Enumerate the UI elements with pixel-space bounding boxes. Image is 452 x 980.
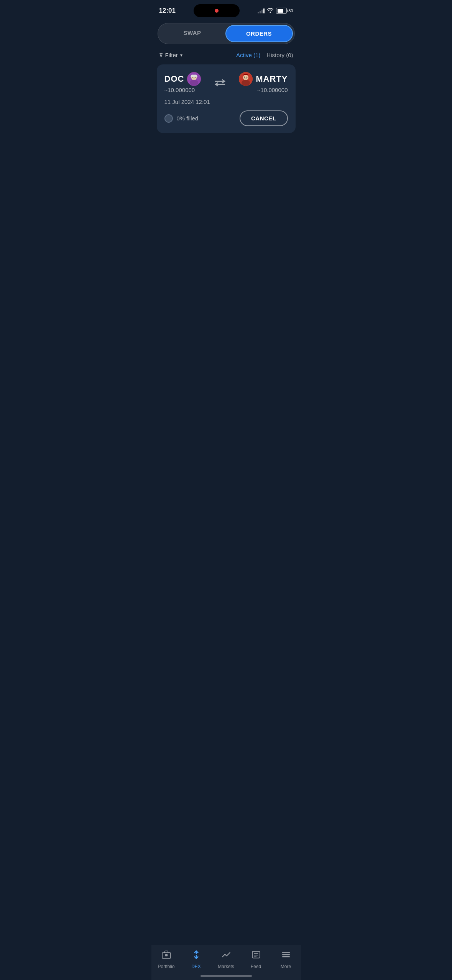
from-token-amount: ~10.000000	[164, 87, 195, 93]
doc-avatar	[187, 72, 201, 86]
active-tab[interactable]: Active (1)	[236, 52, 260, 58]
swap-arrows-icon	[214, 79, 226, 87]
to-token-name-row: MARTY	[239, 72, 288, 86]
status-filter-tabs: Active (1) History (0)	[236, 52, 293, 58]
history-tab[interactable]: History (0)	[266, 52, 293, 58]
signal-bar-2	[260, 11, 261, 13]
battery-level: 80	[288, 8, 293, 13]
filter-row: ⊽ Filter ▾ Active (1) History (0)	[151, 50, 301, 64]
filter-icon: ⊽	[159, 52, 163, 58]
battery-fill	[278, 9, 283, 13]
to-token-name: MARTY	[256, 74, 288, 84]
svg-point-2	[190, 80, 198, 86]
dynamic-island-container	[194, 4, 240, 17]
from-token-name-row: DOC	[164, 72, 201, 86]
fill-text: 0% filled	[177, 115, 199, 122]
fill-status: 0% filled	[164, 114, 199, 123]
orders-list: DOC ~10.000000	[151, 64, 301, 133]
filter-label: Filter	[165, 52, 178, 58]
from-token-name: DOC	[164, 74, 184, 84]
from-token: DOC ~10.000000	[164, 72, 201, 93]
svg-point-9	[247, 77, 248, 78]
svg-point-8	[244, 77, 245, 78]
to-token-amount: ~10.000000	[257, 87, 288, 93]
battery: 80	[276, 8, 293, 14]
dynamic-island	[194, 4, 240, 17]
status-bar: 12:01 80	[151, 0, 301, 19]
swap-tab[interactable]: SWAP	[159, 25, 225, 42]
chevron-down-icon: ▾	[180, 53, 182, 58]
svg-point-6	[243, 75, 248, 80]
signal-bar-3	[261, 10, 263, 13]
battery-tip	[287, 10, 288, 12]
status-time: 12:01	[159, 7, 176, 15]
marty-avatar	[239, 72, 253, 86]
to-token: MARTY ~10.000000	[239, 72, 288, 93]
svg-point-7	[242, 80, 250, 86]
top-tab-bar: SWAP ORDERS	[158, 23, 295, 44]
filter-button[interactable]: ⊽ Filter ▾	[159, 52, 182, 58]
order-bottom-row: 0% filled CANCEL	[164, 110, 288, 126]
orders-tab[interactable]: ORDERS	[225, 25, 293, 42]
cancel-button[interactable]: CANCEL	[240, 110, 288, 126]
order-card: DOC ~10.000000	[157, 64, 296, 133]
record-dot	[215, 9, 219, 13]
fill-dot	[164, 114, 173, 123]
battery-icon	[276, 8, 287, 14]
order-token-row: DOC ~10.000000	[164, 72, 288, 93]
wifi-icon	[267, 8, 274, 14]
order-date: 11 Jul 2024 12:01	[164, 99, 288, 105]
signal-bars	[258, 8, 265, 13]
signal-bar-4	[263, 8, 265, 13]
signal-bar-1	[258, 12, 259, 13]
status-right: 80	[258, 8, 293, 14]
